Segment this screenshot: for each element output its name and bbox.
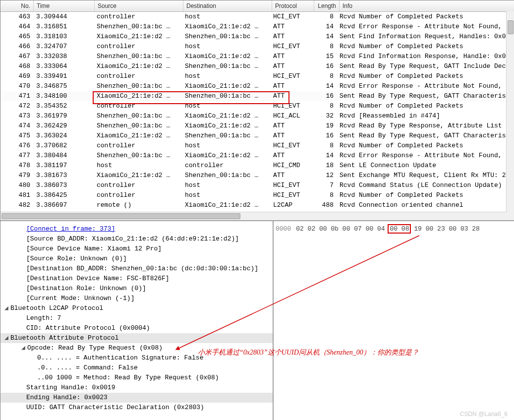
detail-bit-method[interactable]: ..00 1000 = Method: Read By Type Request… xyxy=(0,373,273,383)
table-row[interactable]: 4653.318103XiaomiCo_21:1e:d2 …Shenzhen_0… xyxy=(0,32,514,42)
detail-uuid[interactable]: UUID: GATT Characteristic Declaration (0… xyxy=(0,403,273,413)
detail-dst-addr[interactable]: [Destination BD_ADDR: Shenzhen_00:1a:bc … xyxy=(0,264,273,274)
table-row[interactable]: 4673.332038Shenzhen_00:1a:bc …XiaomiCo_2… xyxy=(0,52,514,61)
detail-src-addr[interactable]: [Source BD_ADDR: XiaomiCo_21:1e:d2 (64:d… xyxy=(0,234,273,244)
cell-time: 3.361979 xyxy=(33,111,94,121)
detail-src-role[interactable]: [Source Role: Unknown (0)] xyxy=(0,254,273,264)
cell-time: 3.332038 xyxy=(33,52,94,61)
detail-bit-cmd[interactable]: .0.. .... = Command: False xyxy=(0,363,273,373)
cell-time: 3.354352 xyxy=(33,101,94,111)
cell-time: 3.339491 xyxy=(33,71,94,81)
hscrollbar[interactable] xyxy=(0,212,507,220)
detail-connect-link[interactable]: [Connect in frame: 373] xyxy=(26,225,115,233)
detail-cid[interactable]: CID: Attribute Protocol (0x0004) xyxy=(0,323,273,333)
cell-src: Shenzhen_00:1a:bc … xyxy=(94,111,182,121)
cell-proto: ATT xyxy=(270,121,312,131)
detail-end-handle[interactable]: Ending Handle: 0x0023 xyxy=(0,393,273,403)
col-src[interactable]: Source xyxy=(95,0,183,11)
cell-src: controller xyxy=(94,42,182,52)
hscroll-thumb[interactable] xyxy=(1,213,240,219)
cell-time: 3.386425 xyxy=(33,190,94,200)
cell-proto: HCI_EVT xyxy=(270,190,312,200)
hex-bytes-post: 19 00 23 00 03 28 xyxy=(410,225,479,233)
detail-start-handle[interactable]: Starting Handle: 0x0019 xyxy=(0,383,273,393)
vscroll-thumb[interactable] xyxy=(508,20,514,34)
cell-info: Rcvd Connection oriented channel xyxy=(337,200,514,210)
col-no[interactable]: No. xyxy=(0,0,34,11)
cell-no: 465 xyxy=(0,32,33,42)
cell-time: 3.381673 xyxy=(33,171,94,180)
detail-dst-dev[interactable]: [Destination Device Name: FSC-BT826F] xyxy=(0,274,273,284)
cell-proto: HCI_ACL xyxy=(270,111,312,121)
packet-list-pane[interactable]: No. Time Source Destination Protocol Len… xyxy=(0,0,514,221)
detail-src-dev[interactable]: [Source Device Name: Xiaomi 12 Pro] xyxy=(0,244,273,254)
cell-info: Rcvd Error Response - Attribute Not Foun… xyxy=(337,151,514,161)
cell-len: 8 xyxy=(312,12,337,22)
cell-time: 3.333064 xyxy=(33,61,94,71)
cell-time: 3.380484 xyxy=(33,151,94,161)
cell-proto: ATT xyxy=(270,171,312,180)
table-row[interactable]: 4803.386073controllerhostHCI_EVT7Rcvd Co… xyxy=(0,180,514,190)
cell-time: 3.318103 xyxy=(33,32,94,42)
cell-len: 16 xyxy=(312,91,337,101)
cell-len: 12 xyxy=(312,171,337,180)
cell-info: Rcvd Number of Completed Packets xyxy=(337,101,514,111)
cell-src: Shenzhen_00:1a:bc … xyxy=(94,52,182,61)
cell-time: 3.348100 xyxy=(33,91,94,101)
cell-src: controller xyxy=(94,71,182,81)
detail-len[interactable]: Length: 7 xyxy=(0,313,273,323)
table-row[interactable]: 4773.380484Shenzhen_00:1a:bc …XiaomiCo_2… xyxy=(0,151,514,161)
table-row[interactable]: 4723.354352controllerhostHCI_EVT8Rcvd Nu… xyxy=(0,101,514,111)
table-row[interactable]: 4823.386697remote ()XiaomiCo_21:1e:d2 …L… xyxy=(0,200,514,210)
table-row[interactable]: 4733.361979Shenzhen_00:1a:bc …XiaomiCo_2… xyxy=(0,111,514,121)
expand-icon[interactable]: ◢ xyxy=(3,303,9,313)
col-proto[interactable]: Protocol xyxy=(272,0,314,11)
table-row[interactable]: 4793.381673XiaomiCo_21:1e:d2 …Shenzhen_0… xyxy=(0,171,514,180)
table-row[interactable]: 4713.348100XiaomiCo_21:1e:d2 …Shenzhen_0… xyxy=(0,91,514,101)
cell-dst: XiaomiCo_21:1e:d2 … xyxy=(182,22,270,32)
tree-l2cap[interactable]: ◢Bluetooth L2CAP Protocol xyxy=(0,303,273,313)
cell-proto: HCI_CMD xyxy=(270,161,312,171)
col-time[interactable]: Time xyxy=(34,0,95,11)
col-dst[interactable]: Destination xyxy=(183,0,272,11)
col-info[interactable]: Info xyxy=(340,0,514,11)
table-row[interactable]: 4813.386425controllerhostHCI_EVT8Rcvd Nu… xyxy=(0,190,514,200)
hex-pane[interactable]: 000002 02 00 0b 00 07 00 04 00 08 19 00 … xyxy=(274,221,514,420)
table-row[interactable]: 4663.324707controllerhostHCI_EVT8Rcvd Nu… xyxy=(0,42,514,52)
cell-info: Rcvd Number of Completed Packets xyxy=(337,42,514,52)
packet-list-header[interactable]: No. Time Source Destination Protocol Len… xyxy=(0,0,514,12)
cell-no: 480 xyxy=(0,180,33,190)
table-row[interactable]: 4693.339491controllerhostHCI_EVT8Rcvd Nu… xyxy=(0,71,514,81)
table-row[interactable]: 4753.363024XiaomiCo_21:1e:d2 …Shenzhen_0… xyxy=(0,131,514,141)
cell-info: Rcvd Number of Completed Packets xyxy=(337,71,514,81)
table-row[interactable]: 4783.381197hostcontrollerHCI_CMD18Sent L… xyxy=(0,161,514,171)
table-row[interactable]: 4763.370682controllerhostHCI_EVT8Rcvd Nu… xyxy=(0,141,514,151)
cell-proto: ATT xyxy=(270,81,312,91)
hex-offset: 0000 xyxy=(276,225,291,233)
expand-icon[interactable]: ◢ xyxy=(20,343,26,353)
cell-proto: HCI_EVT xyxy=(270,141,312,151)
cell-info: Sent Exchange MTU Request, Client Rx MTU… xyxy=(337,171,514,180)
vscrollbar[interactable] xyxy=(506,11,514,220)
cell-no: 482 xyxy=(0,200,33,210)
cell-dst: Shenzhen_00:1a:bc … xyxy=(182,131,270,141)
table-row[interactable]: 4643.316851Shenzhen_00:1a:bc …XiaomiCo_2… xyxy=(0,22,514,32)
hex-row[interactable]: 000002 02 00 0b 00 07 00 04 00 08 19 00 … xyxy=(276,224,513,234)
cell-src: XiaomiCo_21:1e:d2 … xyxy=(94,32,182,42)
cell-len: 15 xyxy=(312,52,337,61)
annotation-text: 小米手机通过“0x2803”这个UUID问从机（Shenzhen_00）：你的类… xyxy=(198,348,419,357)
detail-dst-role[interactable]: [Destination Role: Unknown (0)] xyxy=(0,284,273,294)
table-row[interactable]: 4633.309444controllerhostHCI_EVT8Rcvd Nu… xyxy=(0,12,514,22)
cell-time: 3.386073 xyxy=(33,180,94,190)
packet-rows[interactable]: 4633.309444controllerhostHCI_EVT8Rcvd Nu… xyxy=(0,12,514,220)
col-len[interactable]: Length xyxy=(314,0,340,11)
cell-src: controller xyxy=(94,101,182,111)
expand-icon[interactable]: ◢ xyxy=(3,333,9,343)
tree-attp[interactable]: ◢Bluetooth Attribute Protocol xyxy=(0,333,273,343)
cell-dst: host xyxy=(182,141,270,151)
detail-mode[interactable]: [Current Mode: Unknown (-1)] xyxy=(0,294,273,303)
table-row[interactable]: 4743.362429Shenzhen_00:1a:bc …XiaomiCo_2… xyxy=(0,121,514,131)
packet-detail-pane[interactable]: [Connect in frame: 373] [Source BD_ADDR:… xyxy=(0,221,274,420)
table-row[interactable]: 4703.346875Shenzhen_00:1a:bc …XiaomiCo_2… xyxy=(0,81,514,91)
table-row[interactable]: 4683.333064XiaomiCo_21:1e:d2 …Shenzhen_0… xyxy=(0,61,514,71)
